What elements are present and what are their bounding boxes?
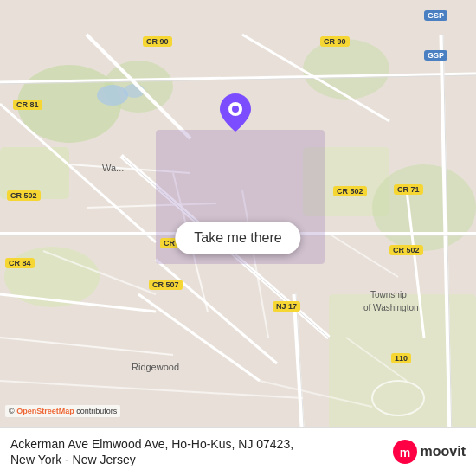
- road-label-cr81: CR 81: [13, 100, 42, 110]
- info-bar: Ackerman Ave Elmwood Ave, Ho-Ho-Kus, NJ …: [0, 427, 476, 476]
- town-label-township: Township: [370, 290, 407, 299]
- road-label-cr84: CR 84: [5, 258, 35, 268]
- moovit-text: moovit: [421, 444, 466, 460]
- address-block: Ackerman Ave Elmwood Ave, Ho-Ho-Kus, NJ …: [10, 436, 384, 467]
- moovit-logo: m moovit: [393, 440, 466, 464]
- town-label-washington: Wa...: [102, 163, 124, 173]
- svg-point-5: [4, 247, 100, 307]
- svg-point-7: [372, 164, 476, 251]
- osm-link[interactable]: OpenStreetMap: [16, 407, 74, 415]
- road-label-cr507-2: CR 507: [149, 280, 183, 290]
- road-label-110: 110: [391, 353, 411, 363]
- svg-text:m: m: [399, 446, 409, 460]
- map-container: CR 90 CR 90 CR 81 CR 502 CR 502 CR 502 C…: [0, 0, 476, 476]
- road-label-cr71: CR 71: [394, 184, 423, 195]
- svg-rect-8: [329, 294, 476, 441]
- osm-attribution: © OpenStreetMap contributors: [5, 405, 120, 417]
- road-label-nj17: NJ 17: [273, 301, 300, 312]
- svg-point-41: [232, 106, 239, 113]
- road-label-cr502-left: CR 502: [7, 190, 41, 201]
- road-label-cr502-far: CR 502: [389, 245, 423, 255]
- town-label-of-washington: of Washington: [363, 303, 419, 312]
- road-label-gsp-mid: GSP: [424, 50, 447, 61]
- svg-point-3: [303, 39, 389, 100]
- take-me-there-button[interactable]: Take me there: [175, 222, 300, 254]
- road-label-cr502-right: CR 502: [333, 186, 367, 196]
- svg-point-9: [97, 85, 128, 106]
- road-label-cr90-right: CR 90: [320, 36, 350, 47]
- road-label-gsp-top: GSP: [424, 10, 447, 21]
- moovit-icon: m: [393, 440, 417, 464]
- town-label-ridgewood: Ridgewood: [132, 362, 179, 372]
- map-pin: [220, 93, 251, 135]
- address-line2: New York - New Jersey: [10, 452, 384, 467]
- address-line1: Ackerman Ave Elmwood Ave, Ho-Ho-Kus, NJ …: [10, 436, 384, 452]
- road-label-cr90-top: CR 90: [143, 36, 172, 47]
